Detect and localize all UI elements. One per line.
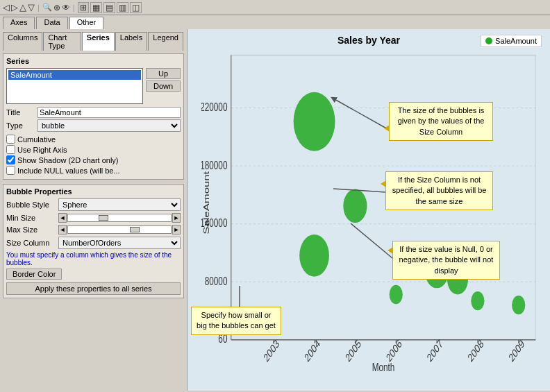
series-down-btn[interactable]: Down <box>146 80 181 92</box>
tab-other[interactable]: Other <box>69 17 104 29</box>
include-null-checkbox[interactable] <box>6 166 15 175</box>
title-input[interactable] <box>38 107 181 118</box>
use-right-axis-checkbox[interactable] <box>6 145 15 154</box>
bubble-properties-title: Bubble Properties <box>6 187 181 196</box>
sub-tab-columns[interactable]: Columns <box>3 32 42 51</box>
svg-text:2006: 2006 <box>384 337 403 364</box>
use-right-axis-label: Use Right Axis <box>17 146 67 154</box>
arrow-down-icon[interactable]: ▽ <box>28 2 35 12</box>
arrow-icon[interactable]: ◁ <box>3 2 10 12</box>
legend-dot <box>485 37 492 44</box>
show-shadow-label: Show Shadow (2D chart only) <box>17 156 119 164</box>
arrow-up-icon[interactable]: △ <box>19 2 26 12</box>
svg-text:SaleAmount: SaleAmount <box>201 171 210 235</box>
chart-legend: SaleAmount <box>481 35 542 47</box>
toolbar-icons: ◁ ▷ △ ▽ | 🔍 ⊕ 👁 | ⊞ ▦ ▤ ▥ ◫ <box>3 2 142 13</box>
svg-text:2005: 2005 <box>344 337 363 364</box>
series-up-btn[interactable]: Up <box>146 68 181 79</box>
svg-text:2003: 2003 <box>262 337 281 364</box>
tooltip-no-size-column: If the Size Column is not specified, all… <box>385 171 493 210</box>
sub-tab-series[interactable]: Series <box>82 32 115 51</box>
sub-tab-chart-type[interactable]: Chart Type <box>43 32 81 51</box>
svg-text:80000: 80000 <box>205 275 228 288</box>
chart-icon-5[interactable]: ◫ <box>130 2 142 13</box>
svg-text:2008: 2008 <box>466 337 485 364</box>
svg-point-34 <box>471 291 484 310</box>
series-section-title: Series <box>6 57 181 65</box>
svg-point-31 <box>390 285 403 304</box>
max-size-right-arrow[interactable]: ► <box>172 225 181 235</box>
title-label: Title <box>6 108 38 117</box>
svg-text:2009: 2009 <box>507 337 526 364</box>
cumulative-checkbox[interactable] <box>6 135 15 144</box>
apply-btn[interactable]: Apply these properties to all series <box>6 282 181 295</box>
type-label: Type <box>6 121 38 130</box>
size-column-label: Size Column <box>6 239 58 247</box>
min-size-left-arrow[interactable]: ◄ <box>58 213 67 223</box>
svg-point-29 <box>343 189 367 223</box>
max-size-label: Max Size <box>6 225 58 234</box>
max-size-slider[interactable] <box>67 225 172 234</box>
svg-text:2004: 2004 <box>303 337 322 364</box>
include-null-label: Include NULL values (will be... <box>17 167 120 175</box>
border-color-btn[interactable]: Border Color <box>6 269 62 280</box>
tooltip-bubble-size-range: Specify how small or big the bubbles can… <box>191 307 281 335</box>
chart-icon-4[interactable]: ▥ <box>117 2 128 13</box>
svg-point-30 <box>299 235 329 277</box>
svg-text:Month: Month <box>372 361 395 374</box>
chart-icon-1[interactable]: ⊞ <box>78 2 89 13</box>
svg-text:2007: 2007 <box>425 337 444 364</box>
svg-text:220000: 220000 <box>201 101 227 114</box>
bubble-style-select[interactable]: Sphere Circle Gradient <box>58 198 181 211</box>
cursor-icon[interactable]: ⊕ <box>53 3 60 12</box>
sub-tab-labels[interactable]: Labels <box>115 32 147 51</box>
min-size-right-arrow[interactable]: ► <box>172 213 181 223</box>
legend-label: SaleAmount <box>495 37 537 45</box>
error-text: You must specify a column which gives th… <box>6 251 181 266</box>
series-item[interactable]: SaleAmount <box>8 70 141 80</box>
size-column-select[interactable]: NumberOfOrders SaleAmount <box>58 237 181 249</box>
svg-point-28 <box>294 92 335 151</box>
sub-tab-legend[interactable]: Legend <box>148 32 183 51</box>
min-size-label: Min Size <box>6 214 58 222</box>
arrow-right-icon[interactable]: ▷ <box>11 2 18 12</box>
svg-point-35 <box>512 296 525 314</box>
tooltip-size-column: The size of the bubbles is given by the … <box>389 102 493 141</box>
bubble-style-label: Bubble Style <box>6 201 58 209</box>
max-size-left-arrow[interactable]: ◄ <box>58 225 67 235</box>
show-shadow-checkbox[interactable] <box>6 155 15 164</box>
zoom-icon[interactable]: 🔍 <box>42 3 52 12</box>
chart-icon-3[interactable]: ▤ <box>103 2 115 13</box>
svg-text:180000: 180000 <box>201 159 227 172</box>
tab-data[interactable]: Data <box>36 17 67 29</box>
chart-icon-2[interactable]: ▦ <box>90 2 102 13</box>
type-select[interactable]: bubble line bar <box>38 119 181 132</box>
min-size-slider[interactable] <box>67 214 172 222</box>
tooltip-null-value: If the size value is Null, 0 or negative… <box>392 241 500 280</box>
eye-icon[interactable]: 👁 <box>62 3 70 12</box>
tab-axes[interactable]: Axes <box>3 17 35 29</box>
cumulative-label: Cumulative <box>17 135 56 144</box>
